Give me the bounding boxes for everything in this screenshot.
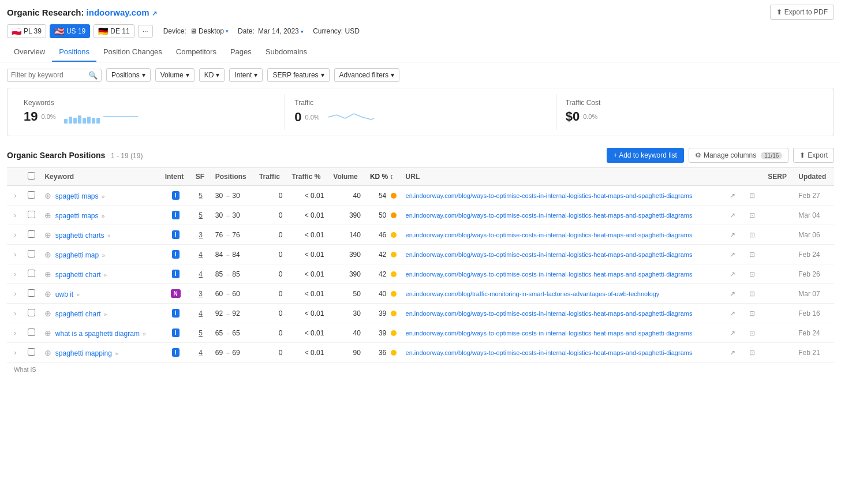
row-checkbox[interactable] <box>28 211 35 218</box>
keyword-link[interactable]: what is a spaghetti diagram <box>55 330 140 338</box>
position-value: 85 <box>215 270 223 278</box>
sf-value[interactable]: 4 <box>199 251 203 259</box>
url-copy-button[interactable]: ⊡ <box>747 191 757 200</box>
url-external-button[interactable]: ↗ <box>728 250 737 259</box>
expand-row-button[interactable]: › <box>12 249 18 260</box>
expand-row-button[interactable]: › <box>12 210 18 221</box>
expand-row-button[interactable]: › <box>12 347 18 358</box>
external-icon[interactable]: ↗ <box>152 10 157 17</box>
url-copy-button[interactable]: ⊡ <box>747 328 757 338</box>
row-checkbox[interactable] <box>28 289 35 297</box>
row-checkbox[interactable] <box>28 309 35 316</box>
expand-row-button[interactable]: › <box>12 308 18 319</box>
export-pdf-button[interactable]: ⬆ Export to PDF <box>770 5 834 20</box>
row-checkbox[interactable] <box>28 348 35 356</box>
manage-columns-button[interactable]: ⚙ Manage columns 11/16 <box>689 148 788 163</box>
country-btn-de[interactable]: 🇩🇪 DE 11 <box>94 24 134 38</box>
expand-row-button[interactable]: › <box>12 327 18 338</box>
url-copy-button[interactable]: ⊡ <box>747 348 757 357</box>
expand-row-button[interactable]: › <box>12 288 18 299</box>
url-link[interactable]: en.indoorway.com/blog/ways-to-optimise-c… <box>406 330 693 337</box>
keyword-link[interactable]: spagetti maps <box>55 192 99 200</box>
url-link[interactable]: en.indoorway.com/blog/ways-to-optimise-c… <box>406 251 693 258</box>
keyword-link[interactable]: uwb it <box>55 290 73 298</box>
keyword-link[interactable]: spaghetti charts <box>55 232 104 240</box>
keyword-link[interactable]: spaghetti mapping <box>55 349 112 357</box>
positions-filter-button[interactable]: Positions ▾ <box>106 68 151 82</box>
country-btn-pl[interactable]: 🇵🇱 PL 39 <box>7 24 46 38</box>
url-link[interactable]: en.indoorway.com/blog/ways-to-optimise-c… <box>406 212 693 219</box>
url-external-button[interactable]: ↗ <box>728 309 737 318</box>
url-copy-button[interactable]: ⊡ <box>747 309 757 318</box>
col-serp: SERP <box>763 168 794 186</box>
url-link[interactable]: en.indoorway.com/blog/ways-to-optimise-c… <box>406 232 693 238</box>
row-checkbox[interactable] <box>28 250 35 257</box>
tab-pages[interactable]: Pages <box>223 43 259 62</box>
row-checkbox[interactable] <box>28 270 35 277</box>
kd-filter-button[interactable]: KD ▾ <box>199 68 225 82</box>
sf-value[interactable]: 3 <box>199 290 203 298</box>
serp-filter-button[interactable]: SERP features ▾ <box>267 68 329 82</box>
select-all-checkbox[interactable] <box>28 172 35 180</box>
expand-row-button[interactable]: › <box>12 229 18 240</box>
keyword-link[interactable]: spagetti maps <box>55 212 99 220</box>
url-external-button[interactable]: ↗ <box>728 328 737 338</box>
intent-filter-button[interactable]: Intent ▾ <box>229 68 263 82</box>
sf-value[interactable]: 5 <box>199 329 203 337</box>
row-checkbox[interactable] <box>28 328 35 336</box>
url-external-button[interactable]: ↗ <box>728 191 737 200</box>
sf-cell: 5 <box>191 206 211 225</box>
sf-value[interactable]: 4 <box>199 309 203 318</box>
tab-subdomains[interactable]: Subdomains <box>259 43 314 62</box>
add-keyword-list-button[interactable]: + Add to keyword list <box>607 148 684 163</box>
keyword-link[interactable]: spaghetti map <box>55 251 99 259</box>
tab-competitors[interactable]: Competitors <box>169 43 223 62</box>
sf-value[interactable]: 5 <box>199 211 203 219</box>
export-table-button[interactable]: ⬆ Export <box>793 148 834 163</box>
sf-value[interactable]: 4 <box>199 270 203 278</box>
sf-value[interactable]: 5 <box>199 192 203 200</box>
url-link[interactable]: en.indoorway.com/blog/ways-to-optimise-c… <box>406 271 693 278</box>
tab-position-changes[interactable]: Position Changes <box>96 43 169 62</box>
search-icon[interactable]: 🔍 <box>88 71 98 80</box>
advanced-filter-button[interactable]: Advanced filters ▾ <box>334 68 399 82</box>
url-external-button[interactable]: ↗ <box>728 270 737 279</box>
url-external-button[interactable]: ↗ <box>728 211 737 220</box>
url-link[interactable]: en.indoorway.com/blog/ways-to-optimise-c… <box>406 192 693 199</box>
sf-value[interactable]: 3 <box>199 231 203 239</box>
row-checkbox[interactable] <box>28 191 35 199</box>
url-copy-button[interactable]: ⊡ <box>747 230 757 240</box>
sf-value[interactable]: 4 <box>199 349 203 357</box>
more-countries-button[interactable]: ··· <box>138 25 153 38</box>
url-copy-button[interactable]: ⊡ <box>747 270 757 279</box>
date-dropdown[interactable]: Mar 14, 2023 <box>258 27 299 35</box>
url-copy-button[interactable]: ⊡ <box>747 289 757 298</box>
url-external-button[interactable]: ↗ <box>728 289 737 298</box>
keyword-link[interactable]: spaghetti chart <box>55 310 101 318</box>
updated-cell: Feb 24 <box>794 323 834 343</box>
keyword-search-input[interactable] <box>11 71 86 79</box>
expand-row-button[interactable]: › <box>12 268 18 279</box>
url-link[interactable]: en.indoorway.com/blog/ways-to-optimise-c… <box>406 310 693 317</box>
tab-overview[interactable]: Overview <box>7 43 52 62</box>
url-copy-button[interactable]: ⊡ <box>747 250 757 259</box>
country-btn-us[interactable]: 🇺🇸 US 19 <box>50 24 90 38</box>
url-copy-button[interactable]: ⊡ <box>747 211 757 220</box>
intent-chevron-icon: ▾ <box>254 71 257 79</box>
url-external-button[interactable]: ↗ <box>728 348 737 357</box>
volume-filter-button[interactable]: Volume ▾ <box>155 68 195 82</box>
kd-cell: 39 <box>365 323 401 343</box>
intent-cell: I <box>160 225 191 245</box>
keyword-link[interactable]: spaghetti chart <box>55 271 101 279</box>
device-chevron-icon[interactable]: ▾ <box>226 28 229 34</box>
expand-row-button[interactable]: › <box>12 190 18 201</box>
url-link[interactable]: en.indoorway.com/blog/traffic-monitoring… <box>406 290 660 297</box>
url-external-button[interactable]: ↗ <box>728 230 737 240</box>
row-checkbox[interactable] <box>28 230 35 238</box>
url-link[interactable]: en.indoorway.com/blog/ways-to-optimise-c… <box>406 349 693 356</box>
domain-link[interactable]: indoorway.com <box>87 8 149 17</box>
device-dropdown[interactable]: Desktop <box>199 27 224 35</box>
date-chevron-icon[interactable]: ▾ <box>301 29 304 35</box>
col-kd[interactable]: KD % ↕ <box>365 168 401 186</box>
tab-positions[interactable]: Positions <box>52 43 96 62</box>
